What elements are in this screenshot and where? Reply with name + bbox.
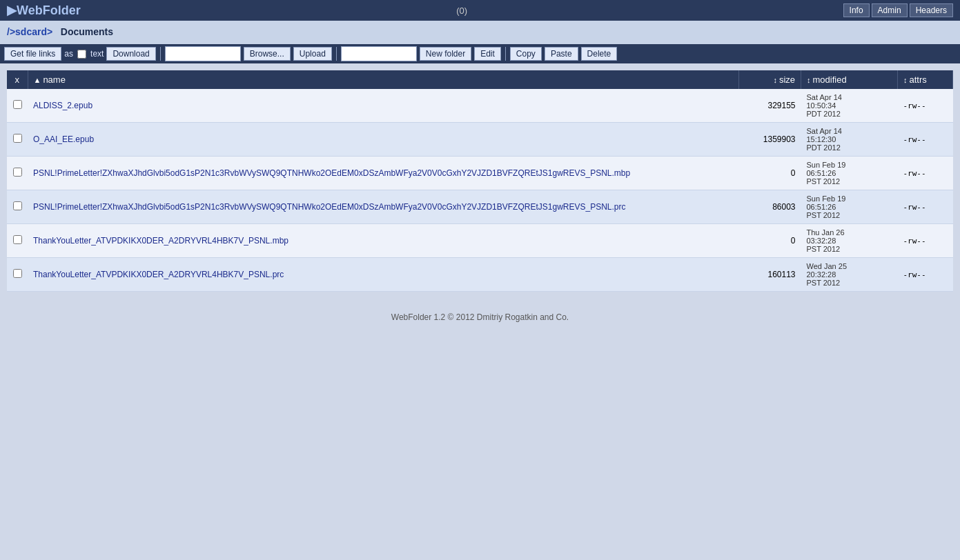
- row-name-cell: ThankYouLetter_ATVPDKIKX0DER_A2DRYVRL4HB…: [28, 258, 739, 292]
- rename-input[interactable]: [341, 46, 417, 61]
- edit-button[interactable]: Edit: [474, 47, 501, 61]
- upload-file-input[interactable]: [165, 46, 241, 61]
- file-link[interactable]: PSNL!PrimeLetter!ZXhwaXJhdGlvbi5odG1sP2N…: [33, 202, 626, 212]
- nav-buttons-group: Info Admin Headers: [843, 3, 953, 17]
- row-size-cell: 160113: [739, 258, 801, 292]
- breadcrumb-path: />sdcard>: [7, 26, 52, 37]
- row-checkbox-cell: [7, 157, 28, 190]
- sort-arrow-modified: ↕: [807, 76, 811, 84]
- row-attrs-cell: -rw--: [898, 224, 953, 258]
- file-link[interactable]: PSNL!PrimeLetter!ZXhwaXJhdGlvbi5odG1sP2N…: [33, 168, 630, 178]
- main-content: x ▲name ↕size ↕modified ↕attrs ALDISS_2.…: [0, 63, 960, 299]
- col-header-x[interactable]: x: [7, 70, 28, 89]
- info-button[interactable]: Info: [843, 3, 870, 17]
- table-row: ALDISS_2.epub329155Sat Apr 14 10:50:34 P…: [7, 89, 953, 123]
- table-row: PSNL!PrimeLetter!ZXhwaXJhdGlvbi5odG1sP2N…: [7, 190, 953, 224]
- row-modified-cell: Sun Feb 19 06:51:26 PST 2012: [801, 157, 898, 190]
- row-attrs-cell: -rw--: [898, 89, 953, 123]
- breadcrumb-folder: Documents: [61, 26, 113, 37]
- table-row: O_AAI_EE.epub1359903Sat Apr 14 15:12:30 …: [7, 123, 953, 157]
- row-checkbox-cell: [7, 258, 28, 292]
- row-checkbox-cell: [7, 224, 28, 258]
- text-label: text: [90, 49, 104, 59]
- paste-button[interactable]: Paste: [545, 47, 578, 61]
- col-header-name[interactable]: ▲name: [28, 70, 739, 89]
- row-size-cell: 0: [739, 157, 801, 190]
- row-checkbox-cell: [7, 190, 28, 224]
- breadcrumb: />sdcard> Documents: [7, 26, 953, 37]
- breadcrumb-area: />sdcard> Documents: [0, 21, 960, 44]
- copy-button[interactable]: Copy: [510, 47, 542, 61]
- toolbar-separator-2: [336, 47, 337, 61]
- file-link[interactable]: ALDISS_2.epub: [33, 101, 92, 110]
- app-logo: ▶WebFolder: [7, 3, 81, 18]
- table-row: PSNL!PrimeLetter!ZXhwaXJhdGlvbi5odG1sP2N…: [7, 157, 953, 190]
- copyright-text: WebFolder 1.2 © 2012 Dmitriy Rogatkin an…: [391, 312, 569, 322]
- as-label: as: [64, 49, 73, 59]
- row-modified-cell: Thu Jan 26 03:32:28 PST 2012: [801, 224, 898, 258]
- row-checkbox-cell: [7, 123, 28, 157]
- app-header: ▶WebFolder (0) Info Admin Headers: [0, 0, 960, 21]
- notification-counter: (0): [456, 6, 467, 16]
- row-size-cell: 1359903: [739, 123, 801, 157]
- row-attrs-cell: -rw--: [898, 190, 953, 224]
- col-header-attrs[interactable]: ↕attrs: [898, 70, 953, 89]
- get-file-links-button[interactable]: Get file links: [4, 47, 61, 61]
- download-button[interactable]: Download: [106, 47, 155, 61]
- row-checkbox[interactable]: [13, 134, 22, 143]
- row-attrs-cell: -rw--: [898, 123, 953, 157]
- file-link[interactable]: O_AAI_EE.epub: [33, 134, 94, 144]
- row-size-cell: 86003: [739, 190, 801, 224]
- browse-button[interactable]: Browse...: [244, 47, 291, 61]
- row-modified-cell: Wed Jan 25 20:32:28 PST 2012: [801, 258, 898, 292]
- upload-button[interactable]: Upload: [293, 47, 332, 61]
- row-modified-cell: Sun Feb 19 06:51:26 PST 2012: [801, 190, 898, 224]
- row-modified-cell: Sat Apr 14 10:50:34 PDT 2012: [801, 89, 898, 123]
- row-attrs-cell: -rw--: [898, 258, 953, 292]
- row-name-cell: ALDISS_2.epub: [28, 89, 739, 123]
- row-checkbox-cell: [7, 89, 28, 123]
- col-header-modified[interactable]: ↕modified: [801, 70, 898, 89]
- delete-button[interactable]: Delete: [581, 47, 618, 61]
- toolbar-separator-3: [505, 47, 506, 61]
- row-attrs-cell: -rw--: [898, 157, 953, 190]
- footer: WebFolder 1.2 © 2012 Dmitriy Rogatkin an…: [0, 299, 960, 336]
- row-checkbox[interactable]: [13, 100, 22, 109]
- admin-button[interactable]: Admin: [872, 3, 908, 17]
- headers-button[interactable]: Headers: [910, 3, 953, 17]
- toolbar: Get file links as text Download Browse..…: [0, 44, 960, 63]
- row-name-cell: PSNL!PrimeLetter!ZXhwaXJhdGlvbi5odG1sP2N…: [28, 157, 739, 190]
- row-checkbox[interactable]: [13, 269, 22, 278]
- row-name-cell: O_AAI_EE.epub: [28, 123, 739, 157]
- row-size-cell: 329155: [739, 89, 801, 123]
- table-row: ThankYouLetter_ATVPDKIKX0DER_A2DRYVRL4HB…: [7, 224, 953, 258]
- logo-text: WebFolder: [17, 3, 81, 17]
- file-link[interactable]: ThankYouLetter_ATVPDKIKX0DER_A2DRYVRL4HB…: [33, 270, 284, 279]
- toolbar-separator-1: [160, 47, 161, 61]
- sort-arrow-size: ↕: [773, 76, 777, 84]
- file-table: x ▲name ↕size ↕modified ↕attrs ALDISS_2.…: [7, 70, 953, 292]
- row-size-cell: 0: [739, 224, 801, 258]
- row-checkbox[interactable]: [13, 201, 22, 210]
- new-folder-button[interactable]: New folder: [420, 47, 471, 61]
- file-table-body: ALDISS_2.epub329155Sat Apr 14 10:50:34 P…: [7, 89, 953, 292]
- table-header-row: x ▲name ↕size ↕modified ↕attrs: [7, 70, 953, 89]
- table-row: ThankYouLetter_ATVPDKIKX0DER_A2DRYVRL4HB…: [7, 258, 953, 292]
- row-name-cell: ThankYouLetter_ATVPDKIKX0DER_A2DRYVRL4HB…: [28, 224, 739, 258]
- row-checkbox[interactable]: [13, 168, 22, 177]
- file-link[interactable]: ThankYouLetter_ATVPDKIKX0DER_A2DRYVRL4HB…: [33, 236, 288, 246]
- row-name-cell: PSNL!PrimeLetter!ZXhwaXJhdGlvbi5odG1sP2N…: [28, 190, 739, 224]
- sort-arrow-name: ▲: [34, 76, 41, 84]
- text-checkbox[interactable]: [77, 50, 86, 59]
- col-header-size[interactable]: ↕size: [739, 70, 801, 89]
- row-checkbox[interactable]: [13, 235, 22, 244]
- row-modified-cell: Sat Apr 14 15:12:30 PDT 2012: [801, 123, 898, 157]
- sort-arrow-attrs: ↕: [903, 76, 908, 84]
- logo-icon: ▶: [7, 3, 17, 17]
